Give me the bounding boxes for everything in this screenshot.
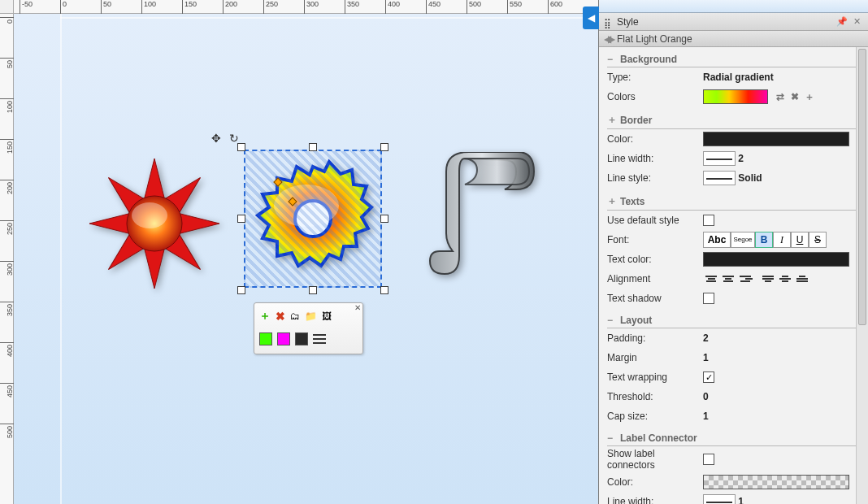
add-color-button[interactable]: ＋ bbox=[802, 89, 817, 104]
ruler-tick: 0 bbox=[60, 0, 67, 14]
text-wrap-checkbox[interactable]: ✓ bbox=[703, 371, 714, 383]
font-preview[interactable]: Abc bbox=[703, 232, 731, 248]
ruler-tick: 450 bbox=[426, 0, 441, 14]
show-connectors-checkbox[interactable] bbox=[703, 454, 714, 465]
section-background[interactable]: −Background bbox=[607, 50, 860, 67]
ruler-tick: 500 bbox=[0, 424, 14, 438]
ruler-corner bbox=[0, 0, 14, 14]
quick-color-swatch[interactable] bbox=[259, 332, 272, 345]
resize-handle-r[interactable] bbox=[380, 215, 388, 223]
resize-handle-bl[interactable] bbox=[237, 286, 245, 294]
svg-point-9 bbox=[132, 202, 167, 228]
shape-sun[interactable] bbox=[85, 154, 224, 293]
remove-color-button[interactable]: ✖ bbox=[788, 89, 802, 104]
style-panel: ◀ ⣿ Style 📌 ✕ ◀▶ Flat Light Orange −Back… bbox=[598, 0, 868, 504]
delete-icon[interactable]: ✖ bbox=[276, 310, 285, 323]
text-color-swatch[interactable] bbox=[703, 252, 849, 267]
section-layout[interactable]: −Layout bbox=[607, 311, 860, 328]
padding-value[interactable]: 2 bbox=[703, 332, 709, 344]
svg-marker-4 bbox=[145, 250, 164, 289]
swap-colors-button[interactable]: ⇄ bbox=[773, 89, 788, 104]
connector-linewidth-preview[interactable] bbox=[703, 494, 736, 504]
bold-button[interactable]: B bbox=[755, 232, 773, 248]
page-top-edge bbox=[60, 17, 598, 19]
svg-marker-2 bbox=[180, 214, 219, 233]
move-handle-icon[interactable]: ✥ bbox=[211, 132, 221, 145]
ruler-tick: 150 bbox=[182, 0, 197, 14]
use-default-style-checkbox[interactable] bbox=[703, 215, 714, 226]
gradient-preview[interactable] bbox=[703, 89, 768, 104]
ruler-horizontal[interactable]: -50050100150200250300350400450500550600 bbox=[14, 0, 598, 14]
quick-color-swatch[interactable] bbox=[295, 332, 308, 345]
valign-bot-button[interactable] bbox=[794, 272, 810, 286]
capsize-value[interactable]: 1 bbox=[703, 411, 709, 422]
section-border[interactable]: ＋Border bbox=[607, 110, 860, 129]
border-linewidth-value[interactable]: 2 bbox=[738, 153, 744, 164]
connector-color-swatch[interactable] bbox=[703, 475, 849, 489]
threshold-value[interactable]: 0 bbox=[703, 391, 709, 402]
canvas-area: -50050100150200250300350400450500550600 … bbox=[0, 0, 598, 504]
add-icon[interactable]: ＋ bbox=[259, 309, 271, 324]
bg-type-value[interactable]: Radial gradient bbox=[703, 72, 774, 83]
selection-outline bbox=[244, 150, 382, 288]
text-shadow-checkbox[interactable] bbox=[703, 293, 714, 304]
scrollbar-thumb[interactable] bbox=[858, 49, 866, 325]
rotate-handle-icon[interactable]: ↻ bbox=[229, 132, 239, 145]
resize-handle-t[interactable] bbox=[309, 143, 317, 151]
shape-scroll[interactable] bbox=[420, 152, 542, 290]
image-icon[interactable]: 🖼 bbox=[322, 311, 332, 322]
ruler-tick: 100 bbox=[141, 0, 156, 14]
panel-collapse-button[interactable]: ◀ bbox=[583, 7, 599, 29]
ruler-vertical[interactable]: 050100150200250300350400450500 bbox=[0, 14, 14, 504]
ruler-tick: 50 bbox=[101, 0, 111, 14]
group-icon[interactable]: 🗂 bbox=[290, 311, 300, 322]
border-linestyle-preview[interactable] bbox=[703, 171, 736, 185]
ruler-tick: 450 bbox=[0, 383, 14, 398]
ruler-tick: 250 bbox=[263, 0, 278, 14]
resize-handle-tr[interactable] bbox=[380, 143, 388, 151]
section-texts[interactable]: ＋Texts bbox=[607, 191, 860, 211]
border-linewidth-preview[interactable] bbox=[703, 151, 736, 166]
font-name[interactable]: Segoe bbox=[731, 232, 755, 248]
ruler-tick: 400 bbox=[385, 0, 400, 14]
ruler-tick: -50 bbox=[20, 0, 33, 14]
pin-icon[interactable]: 📌 bbox=[835, 16, 848, 28]
align-left-button[interactable] bbox=[703, 272, 719, 286]
svg-marker-0 bbox=[145, 159, 164, 198]
folder-icon[interactable]: 📁 bbox=[305, 311, 317, 322]
section-label-connector[interactable]: −Label Connector bbox=[607, 429, 860, 446]
lines-icon[interactable] bbox=[313, 332, 326, 345]
valign-mid-button[interactable] bbox=[777, 272, 793, 286]
close-icon[interactable]: ✕ bbox=[850, 16, 863, 28]
nav-arrows-icon[interactable]: ◀▶ bbox=[604, 33, 612, 45]
ruler-tick: 400 bbox=[0, 342, 14, 357]
align-center-button[interactable] bbox=[720, 272, 736, 286]
panel-scrollbar[interactable] bbox=[856, 47, 868, 504]
panel-body: −Background Type:Radial gradient Colors … bbox=[599, 47, 868, 504]
quick-color-row bbox=[259, 329, 358, 349]
resize-handle-b[interactable] bbox=[309, 286, 317, 294]
connector-linewidth-value[interactable]: 1 bbox=[738, 496, 744, 504]
border-linestyle-value[interactable]: Solid bbox=[738, 172, 762, 184]
panel-tabbar[interactable] bbox=[599, 0, 868, 13]
ruler-tick: 350 bbox=[345, 0, 359, 14]
border-color-swatch[interactable] bbox=[703, 132, 849, 146]
resize-handle-br[interactable] bbox=[380, 286, 388, 294]
context-toolbar-close[interactable]: ✕ bbox=[354, 303, 361, 312]
margin-value[interactable]: 1 bbox=[703, 352, 709, 363]
selection-box[interactable]: ✥ ↻ bbox=[244, 150, 382, 288]
italic-button[interactable]: I bbox=[773, 232, 791, 248]
panel-title-bar[interactable]: ⣿ Style 📌 ✕ bbox=[599, 13, 868, 31]
style-name-row[interactable]: ◀▶ Flat Light Orange bbox=[599, 31, 868, 47]
quick-color-swatch[interactable] bbox=[277, 332, 290, 345]
valign-top-button[interactable] bbox=[760, 272, 776, 286]
resize-handle-l[interactable] bbox=[237, 215, 245, 223]
canvas[interactable]: ✥ ↻ ✕ ＋ ✖ 🗂 📁 🖼 bbox=[14, 14, 598, 504]
strike-button[interactable]: S bbox=[809, 232, 827, 248]
ruler-tick: 50 bbox=[0, 58, 14, 68]
bg-type-label: Type: bbox=[607, 72, 703, 83]
underline-button[interactable]: U bbox=[791, 232, 809, 248]
svg-marker-6 bbox=[89, 214, 128, 233]
align-right-button[interactable] bbox=[737, 272, 753, 286]
ruler-tick: 550 bbox=[507, 0, 522, 14]
